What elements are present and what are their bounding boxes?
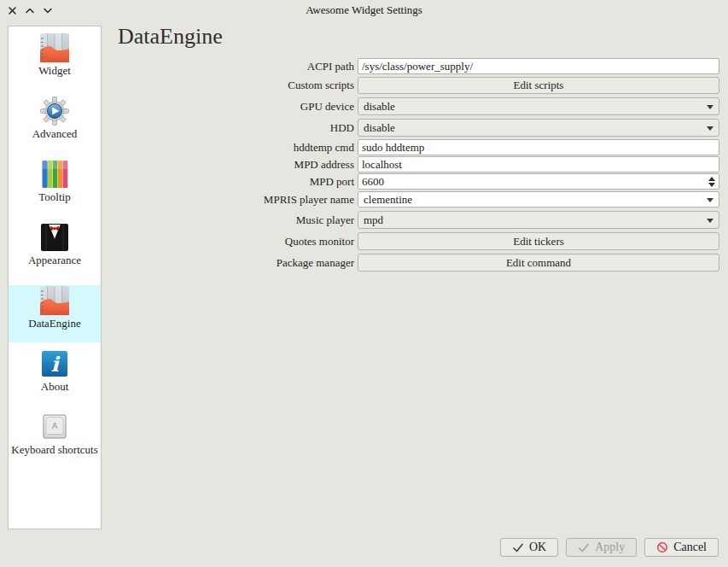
gear-icon bbox=[39, 96, 70, 126]
sidebar-item-label: Tooltip bbox=[9, 190, 101, 203]
sidebar-item-tooltip[interactable]: Tooltip bbox=[9, 159, 101, 216]
sidebar-item-keyboard-shortcuts[interactable]: A Keyboard shortcuts bbox=[9, 412, 101, 469]
window-title: Awesome Widget Settings bbox=[0, 3, 728, 17]
sidebar-item-label: Keyboard shortcuts bbox=[9, 443, 101, 456]
hdd-dropdown[interactable]: disable bbox=[358, 119, 719, 137]
sidebar-item-about[interactable]: i About bbox=[9, 348, 101, 406]
sidebar-item-label: About bbox=[9, 380, 101, 393]
edit-command-button[interactable]: Edit command bbox=[358, 254, 719, 272]
color-stripes-icon bbox=[39, 159, 70, 190]
chart-icon bbox=[39, 285, 70, 316]
apply-button-label: Apply bbox=[595, 541, 625, 554]
cancel-button[interactable]: Cancel bbox=[644, 538, 719, 557]
sidebar-item-appearance[interactable]: Appearance bbox=[9, 222, 101, 279]
gpu-device-dropdown[interactable]: disable bbox=[358, 97, 719, 115]
mpris-player-name-combobox[interactable]: clementine bbox=[358, 191, 719, 208]
gpu-device-label: GPU device bbox=[118, 97, 358, 115]
ok-button[interactable]: OK bbox=[500, 538, 558, 557]
sidebar: Widget Advanced bbox=[8, 26, 102, 529]
music-player-label: Music player bbox=[118, 211, 358, 229]
acpi-path-label: ACPI path bbox=[118, 58, 358, 74]
music-player-value: mpd bbox=[364, 213, 383, 227]
spin-down-icon[interactable] bbox=[708, 183, 715, 187]
form-row: MPD address bbox=[118, 156, 719, 172]
mpris-player-name-label: MPRIS player name bbox=[118, 191, 358, 208]
chevron-down-icon bbox=[707, 219, 713, 223]
form-row: MPRIS player name clementine bbox=[118, 191, 719, 208]
sidebar-item-advanced[interactable]: Advanced bbox=[9, 96, 101, 153]
form-row: GPU device disable bbox=[118, 97, 719, 115]
mpd-port-label: MPD port bbox=[118, 173, 358, 190]
hddtemp-cmd-input[interactable] bbox=[358, 139, 719, 155]
spinner-arrows[interactable] bbox=[708, 177, 715, 187]
quotes-monitor-label: Quotes monitor bbox=[118, 232, 358, 250]
cancel-icon bbox=[656, 541, 668, 553]
settings-form: ACPI path Custom scripts Edit scripts GP… bbox=[118, 58, 719, 272]
keyboard-key-icon: A bbox=[39, 412, 70, 442]
sidebar-item-label: Widget bbox=[9, 64, 101, 77]
sidebar-item-dataengine[interactable]: DataEngine bbox=[9, 285, 101, 342]
edit-scripts-button[interactable]: Edit scripts bbox=[358, 77, 719, 94]
mpd-port-spinbox[interactable] bbox=[358, 173, 719, 190]
check-icon bbox=[512, 542, 524, 553]
package-manager-label: Package manager bbox=[118, 254, 358, 272]
spin-up-icon[interactable] bbox=[708, 177, 715, 181]
dialog-footer: OK Apply Cancel bbox=[500, 538, 719, 557]
ok-button-label: OK bbox=[529, 541, 546, 554]
tuxedo-icon bbox=[39, 222, 70, 253]
form-row: hddtemp cmd bbox=[118, 139, 719, 155]
gpu-device-value: disable bbox=[364, 100, 395, 114]
form-row: HDD disable bbox=[118, 119, 719, 137]
form-row: Custom scripts Edit scripts bbox=[118, 77, 719, 94]
sidebar-item-label: DataEngine bbox=[9, 317, 101, 330]
form-row: MPD port bbox=[118, 173, 719, 190]
hddtemp-cmd-label: hddtemp cmd bbox=[118, 139, 358, 155]
music-player-dropdown[interactable]: mpd bbox=[358, 211, 719, 229]
hdd-label: HDD bbox=[118, 119, 358, 137]
svg-text:A: A bbox=[52, 422, 58, 430]
custom-scripts-label: Custom scripts bbox=[118, 77, 358, 94]
sidebar-item-label: Advanced bbox=[9, 127, 101, 140]
mpris-player-name-value: clementine bbox=[364, 193, 412, 207]
page-title: DataEngine bbox=[118, 24, 223, 50]
chart-icon bbox=[39, 32, 70, 63]
cancel-button-label: Cancel bbox=[673, 541, 707, 554]
chevron-down-icon bbox=[707, 126, 713, 131]
chevron-down-icon bbox=[707, 198, 713, 202]
form-row: Music player mpd bbox=[118, 211, 719, 229]
form-row: ACPI path bbox=[118, 58, 719, 74]
info-icon: i bbox=[39, 348, 70, 379]
check-icon bbox=[578, 542, 590, 553]
chevron-down-icon bbox=[707, 105, 713, 109]
mpd-address-label: MPD address bbox=[118, 156, 358, 172]
form-row: Quotes monitor Edit tickers bbox=[118, 232, 719, 250]
apply-button[interactable]: Apply bbox=[566, 538, 637, 557]
acpi-path-input[interactable] bbox=[358, 58, 719, 74]
sidebar-item-label: Appearance bbox=[9, 254, 101, 266]
form-row: Package manager Edit command bbox=[118, 254, 719, 272]
hdd-value: disable bbox=[364, 121, 395, 135]
edit-tickers-button[interactable]: Edit tickers bbox=[358, 232, 719, 250]
mpd-address-input[interactable] bbox=[358, 156, 719, 172]
sidebar-item-widget[interactable]: Widget bbox=[9, 32, 101, 90]
